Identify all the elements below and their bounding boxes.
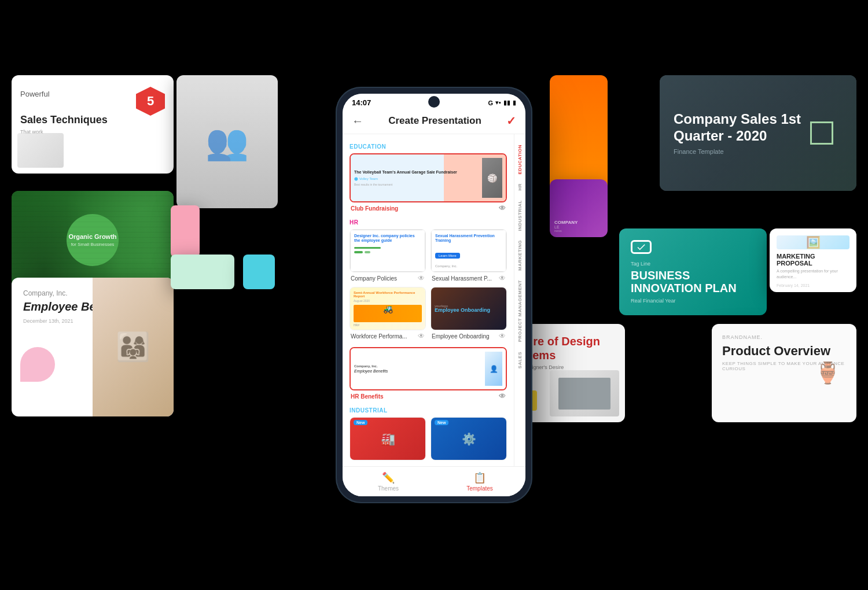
bg-card-marketing-proposal: 🖼️ MARKETING PROPOSAL A compelling prese…: [770, 228, 856, 292]
template-company-policies[interactable]: Designer Inc. company policies the emplo…: [350, 229, 426, 282]
page-title: Create Presentation: [388, 115, 481, 127]
nav-themes-label: Themes: [378, 485, 399, 492]
side-tab-project[interactable]: PROJECT MANAGEMENT: [516, 275, 524, 346]
side-tabs: EDUCATION HR INDUSTRIAL MARKETING PROJEC…: [514, 134, 525, 466]
side-tab-industrial[interactable]: INDUSTRIAL: [516, 196, 524, 235]
template-hr-benefits[interactable]: Company, Inc. Employee Benefits 👤 HR Ben…: [343, 347, 514, 405]
template-club-fundraising[interactable]: The Volleyball Team's Annual Garage Sale…: [343, 153, 514, 217]
bg-card-company-purple: COMPANY LE ness: [550, 179, 608, 237]
template-name-club: Club Fundraising: [351, 205, 398, 212]
template-name-workforce: Workforce Performa...: [351, 333, 407, 340]
bg-card-pink-rect: [171, 205, 200, 257]
eye-harassment[interactable]: 👁: [499, 274, 506, 282]
nav-themes[interactable]: ✏️ Themes: [343, 467, 434, 496]
phone-device: 14:07 G ▾▪ ▮▮ ▮ ← Create Presentation ✓ …: [336, 87, 532, 503]
preview-icon[interactable]: 👁: [499, 204, 506, 212]
template-name-policies: Company Policies: [351, 275, 397, 282]
template-workforce[interactable]: Semi-Annual Workforce Performance Report…: [350, 287, 426, 340]
template-industrial-1[interactable]: New 🏭: [350, 417, 426, 460]
section-hr: HR: [343, 217, 514, 229]
content-area: EDUCATION The Volleyball Team's Annual G…: [343, 134, 525, 466]
signal-icon: ▮▮: [503, 99, 510, 106]
bg-card-team: 👥: [176, 75, 278, 208]
industrial-template-grid: New 🏭 New ⚙️: [343, 417, 514, 466]
phone-camera: [428, 96, 440, 108]
hr-template-grid: Designer Inc. company policies the emplo…: [343, 229, 514, 347]
template-industrial-2[interactable]: New ⚙️: [431, 417, 507, 460]
google-icon: G: [488, 99, 494, 106]
side-tab-sales[interactable]: SALES: [516, 347, 524, 373]
template-name-hr-benefits: HR Benefits: [351, 393, 384, 400]
template-sexual-harassment[interactable]: Sexual Harassment Prevention Training Le…: [431, 229, 507, 282]
bg-card-sales-techniques: 5 Powerful Sales Techniques That work: [12, 75, 174, 174]
side-tab-hr[interactable]: HR: [516, 179, 524, 196]
bg-card-green-rect: [171, 255, 234, 289]
innovation-icon: [631, 240, 652, 254]
nav-templates[interactable]: 📋 Templates: [434, 467, 525, 496]
battery-icon: ▮: [513, 99, 516, 106]
status-time: 14:07: [352, 98, 371, 107]
new-badge-2: New: [435, 420, 448, 425]
bg-card-plants: Organic Growth for Small Businesses: [12, 191, 174, 289]
eye-hr-benefits[interactable]: 👁: [499, 392, 506, 400]
nav-templates-label: Templates: [466, 485, 493, 492]
bg-card-blue-rect: [243, 255, 275, 289]
template-scroll[interactable]: EDUCATION The Volleyball Team's Annual G…: [343, 134, 514, 466]
bg-card-business-innovation: Tag Line BUSINESS INNOVATION PLAN Real F…: [619, 228, 767, 315]
wifi-icon: ▾▪: [495, 99, 501, 106]
template-name-onboarding: Employee Onboarding: [432, 333, 490, 340]
section-education: EDUCATION: [343, 141, 514, 153]
bg-card-employee-benefits: Company, Inc. Employee Benefits December…: [12, 278, 174, 416]
section-industrial: INDUSTRIAL: [343, 405, 514, 417]
eye-onboarding[interactable]: 👁: [499, 332, 506, 340]
themes-icon: ✏️: [382, 471, 395, 484]
confirm-button[interactable]: ✓: [506, 114, 516, 128]
side-tab-marketing[interactable]: MARKETING: [516, 235, 524, 275]
app-header: ← Create Presentation ✓: [343, 109, 525, 134]
bottom-nav: ✏️ Themes 📋 Templates: [343, 466, 525, 496]
eye-policies[interactable]: 👁: [418, 274, 425, 282]
eye-workforce[interactable]: 👁: [418, 332, 425, 340]
new-badge: New: [354, 420, 367, 425]
template-name-harassment: Sexual Harassment P...: [432, 275, 492, 282]
side-tab-education[interactable]: EDUCATION: [516, 140, 524, 179]
templates-icon: 📋: [473, 471, 486, 484]
template-employee-onboarding[interactable]: yourlogo Employee Onboarding Employee On…: [431, 287, 507, 340]
bg-card-company-sales: Company Sales 1st Quarter - 2020 Finance…: [660, 75, 856, 191]
bg-card-product-overview: brandname. Product Overview KEEP THINGS …: [712, 324, 856, 422]
back-button[interactable]: ←: [352, 115, 363, 128]
